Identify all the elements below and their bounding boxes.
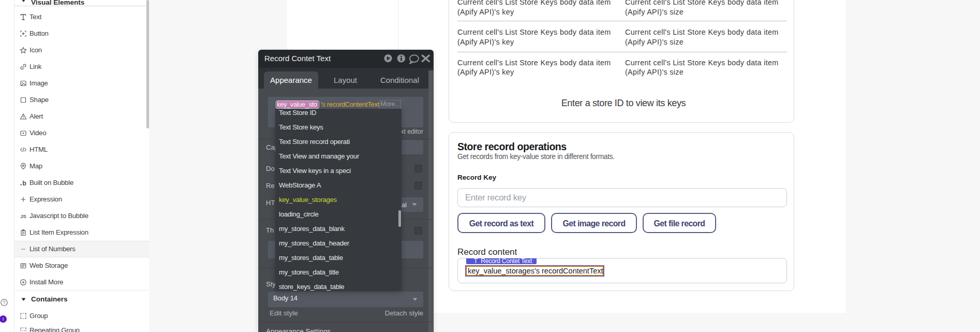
svg-text:JS: JS <box>20 213 26 219</box>
svg-text:?: ? <box>3 300 5 305</box>
svg-text:b: b <box>22 180 26 186</box>
